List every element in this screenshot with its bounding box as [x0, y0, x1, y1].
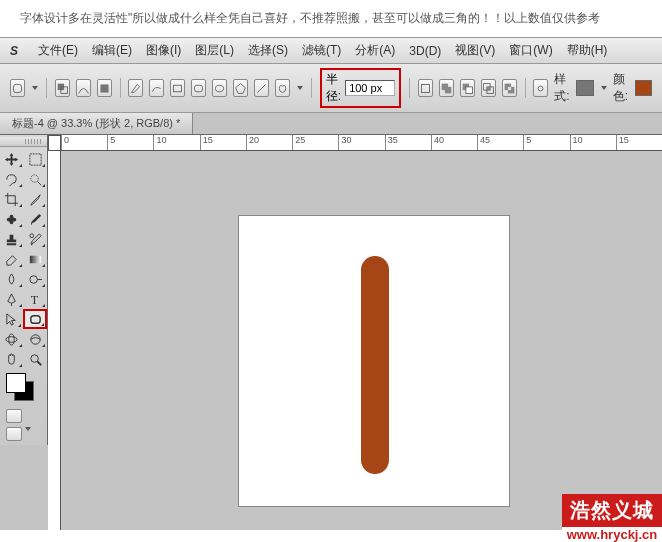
3d-orbit-tool[interactable]: [24, 329, 48, 349]
crop-tool[interactable]: [0, 189, 24, 209]
mode-exclude-icon[interactable]: [502, 79, 517, 97]
polygon-shape-icon[interactable]: [233, 79, 248, 97]
style-label: 样式:: [554, 71, 570, 105]
color-label: 颜色:: [613, 71, 629, 105]
menu-analysis[interactable]: 分析(A): [355, 42, 395, 59]
rounded-rectangle-tool[interactable]: [23, 309, 47, 329]
radius-group: 半径:: [320, 68, 401, 108]
style-swatch[interactable]: [576, 80, 593, 96]
blur-tool[interactable]: [0, 269, 24, 289]
paths-icon[interactable]: [76, 79, 91, 97]
rounded-rect-shape-icon[interactable]: [191, 79, 206, 97]
svg-line-34: [37, 361, 41, 365]
color-swatch[interactable]: [635, 80, 652, 96]
pen-icon[interactable]: [128, 79, 143, 97]
tutorial-note: 字体设计多在灵活性"所以做成什么样全凭自己喜好，不推荐照搬，甚至可以做成三角的！…: [0, 0, 662, 37]
line-shape-icon[interactable]: [254, 79, 269, 97]
svg-rect-5: [195, 85, 203, 92]
chevron-down-icon[interactable]: [32, 86, 38, 90]
dodge-tool[interactable]: [24, 269, 48, 289]
svg-rect-16: [487, 86, 490, 89]
menu-image[interactable]: 图像(I): [146, 42, 181, 59]
quick-mask-toggle[interactable]: [6, 409, 22, 423]
mode-intersect-icon[interactable]: [481, 79, 496, 97]
chevron-down-icon[interactable]: [25, 427, 31, 431]
link-icon[interactable]: [533, 79, 548, 97]
svg-rect-29: [31, 315, 40, 323]
rectangle-shape-icon[interactable]: [170, 79, 185, 97]
type-tool[interactable]: T: [24, 289, 48, 309]
svg-point-26: [30, 275, 38, 283]
freeform-pen-icon[interactable]: [149, 79, 164, 97]
fill-pixels-icon[interactable]: [97, 79, 112, 97]
svg-rect-0: [13, 84, 21, 92]
gradient-tool[interactable]: [24, 249, 48, 269]
menu-help[interactable]: 帮助(H): [567, 42, 608, 59]
rounded-rect-shape[interactable]: [361, 256, 389, 474]
svg-rect-23: [10, 214, 14, 223]
zoom-tool[interactable]: [24, 349, 48, 369]
lasso-tool[interactable]: [0, 169, 24, 189]
radius-input[interactable]: [345, 80, 395, 96]
custom-shape-icon[interactable]: [275, 79, 290, 97]
svg-point-30: [6, 336, 17, 342]
mode-new-icon[interactable]: [418, 79, 433, 97]
mode-subtract-icon[interactable]: [460, 79, 475, 97]
mode-add-icon[interactable]: [439, 79, 454, 97]
workspace: 05101520253035404551015: [0, 135, 662, 530]
3d-rotate-tool[interactable]: [0, 329, 24, 349]
menu-3d[interactable]: 3D(D): [409, 44, 441, 58]
options-bar: 半径: 样式: 颜色:: [0, 64, 662, 113]
svg-point-24: [30, 233, 34, 237]
marquee-tool[interactable]: [24, 149, 48, 169]
toolbox-grip[interactable]: [0, 137, 47, 147]
pen-tool[interactable]: [0, 289, 24, 309]
svg-point-33: [31, 354, 39, 362]
menu-view[interactable]: 视图(V): [455, 42, 495, 59]
ellipse-shape-icon[interactable]: [212, 79, 227, 97]
document-tab[interactable]: 标题-4 @ 33.3% (形状 2, RGB/8) *: [0, 113, 193, 134]
hand-tool[interactable]: [0, 349, 24, 369]
svg-point-32: [31, 334, 40, 343]
menu-select[interactable]: 选择(S): [248, 42, 288, 59]
menu-filter[interactable]: 滤镜(T): [302, 42, 341, 59]
color-picker[interactable]: [6, 373, 41, 403]
canvas-area[interactable]: [61, 151, 662, 530]
svg-rect-25: [30, 255, 41, 263]
screen-mode-toggle[interactable]: [6, 427, 22, 441]
path-select-tool[interactable]: [0, 309, 23, 329]
svg-rect-9: [421, 84, 429, 92]
quick-select-tool[interactable]: [24, 169, 48, 189]
document-tab-bar: 标题-4 @ 33.3% (形状 2, RGB/8) *: [0, 113, 662, 135]
svg-rect-11: [445, 86, 452, 93]
svg-rect-3: [100, 84, 108, 92]
brush-tool[interactable]: [24, 209, 48, 229]
move-tool[interactable]: [0, 149, 24, 169]
svg-rect-20: [30, 153, 41, 164]
chevron-down-icon[interactable]: [601, 86, 607, 90]
stamp-tool[interactable]: [0, 229, 24, 249]
menu-layer[interactable]: 图层(L): [195, 42, 234, 59]
eraser-tool[interactable]: [0, 249, 24, 269]
watermark-url: www.hryckj.cn: [562, 527, 662, 542]
ruler-origin[interactable]: [48, 135, 61, 151]
ruler-horizontal[interactable]: 05101520253035404551015: [61, 135, 662, 151]
radius-label: 半径:: [326, 71, 341, 105]
chevron-down-icon[interactable]: [297, 86, 303, 90]
menu-edit[interactable]: 编辑(E): [92, 42, 132, 59]
menu-window[interactable]: 窗口(W): [509, 42, 552, 59]
history-brush-tool[interactable]: [24, 229, 48, 249]
ruler-vertical[interactable]: [48, 151, 61, 530]
healing-tool[interactable]: [0, 209, 24, 229]
watermark-title: 浩然义城: [562, 494, 662, 527]
shape-layers-icon[interactable]: [55, 79, 70, 97]
watermark: 浩然义城 www.hryckj.cn: [562, 494, 662, 542]
svg-point-31: [9, 333, 15, 344]
foreground-color[interactable]: [6, 373, 26, 393]
svg-point-6: [216, 85, 224, 92]
menu-file[interactable]: 文件(E): [38, 42, 78, 59]
eyedropper-tool[interactable]: [24, 189, 48, 209]
menu-bar: S 文件(E) 编辑(E) 图像(I) 图层(L) 选择(S) 滤镜(T) 分析…: [0, 37, 662, 64]
tool-preset-icon[interactable]: [10, 79, 25, 97]
canvas[interactable]: [239, 216, 509, 506]
